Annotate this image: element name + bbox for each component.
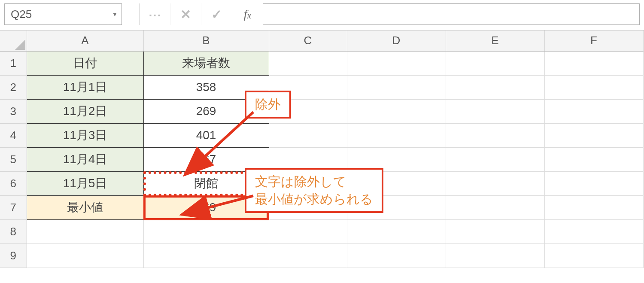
accept-icon: ✓ xyxy=(201,3,232,25)
formula-bar: ▼ ⋮ ✕ ✓ fx xyxy=(0,0,644,30)
cell-A6[interactable]: 11月5日 xyxy=(27,171,143,195)
cell-B4[interactable]: 401 xyxy=(143,123,269,147)
cell-E5[interactable] xyxy=(446,147,544,171)
annotation-callout-exclude: 除外 xyxy=(245,91,291,119)
row-header-8[interactable]: 8 xyxy=(0,219,27,243)
customize-icon[interactable]: ⋮ xyxy=(139,3,170,25)
column-header-D[interactable]: D xyxy=(347,30,446,51)
cell-F2[interactable] xyxy=(544,75,643,99)
spreadsheet-grid[interactable]: A B C D E F 1 日付 来場者数 2 11月1日 358 3 11月2… xyxy=(0,30,644,268)
formula-input[interactable] xyxy=(263,3,640,25)
cell-E1[interactable] xyxy=(446,51,544,75)
cell-A9[interactable] xyxy=(27,243,143,268)
cell-A5[interactable]: 11月4日 xyxy=(27,147,143,171)
cell-D2[interactable] xyxy=(347,75,446,99)
row-header-9[interactable]: 9 xyxy=(0,243,27,268)
select-all-corner[interactable] xyxy=(0,30,27,51)
cell-A8[interactable] xyxy=(27,219,143,243)
cell-E3[interactable] xyxy=(446,99,544,123)
cell-F1[interactable] xyxy=(544,51,643,75)
cell-D1[interactable] xyxy=(347,51,446,75)
cell-B9[interactable] xyxy=(143,243,269,268)
name-box-dropdown-icon[interactable]: ▼ xyxy=(108,4,122,24)
row-header-3[interactable]: 3 xyxy=(0,99,27,123)
cell-A2[interactable]: 11月1日 xyxy=(27,75,143,99)
row-header-1[interactable]: 1 xyxy=(0,51,27,75)
cell-A7[interactable]: 最小値 xyxy=(27,195,143,219)
cell-F6[interactable] xyxy=(544,171,643,195)
cell-D9[interactable] xyxy=(347,243,446,268)
cancel-icon: ✕ xyxy=(170,3,201,25)
cell-B1[interactable]: 来場者数 xyxy=(143,51,269,75)
cell-E8[interactable] xyxy=(446,219,544,243)
row-header-6[interactable]: 6 xyxy=(0,171,27,195)
cell-D3[interactable] xyxy=(347,99,446,123)
cell-C4[interactable] xyxy=(269,123,347,147)
cell-C1[interactable] xyxy=(269,51,347,75)
cell-F5[interactable] xyxy=(544,147,643,171)
row-header-2[interactable]: 2 xyxy=(0,75,27,99)
column-header-A[interactable]: A xyxy=(27,30,143,51)
cell-A4[interactable]: 11月3日 xyxy=(27,123,143,147)
cell-E7[interactable] xyxy=(446,195,544,219)
name-box-input[interactable] xyxy=(5,4,108,24)
cell-D4[interactable] xyxy=(347,123,446,147)
row-header-5[interactable]: 5 xyxy=(0,147,27,171)
column-header-B[interactable]: B xyxy=(143,30,269,51)
insert-function-icon[interactable]: fx xyxy=(232,3,263,25)
cell-C8[interactable] xyxy=(269,219,347,243)
cell-E4[interactable] xyxy=(446,123,544,147)
row-header-7[interactable]: 7 xyxy=(0,195,27,219)
cell-E9[interactable] xyxy=(446,243,544,268)
cell-D8[interactable] xyxy=(347,219,446,243)
annotation-callout-explain: 文字は除外して 最小値が求められる xyxy=(245,168,383,213)
name-box[interactable]: ▼ xyxy=(4,3,122,25)
cell-F7[interactable] xyxy=(544,195,643,219)
row-header-4[interactable]: 4 xyxy=(0,123,27,147)
cell-E6[interactable] xyxy=(446,171,544,195)
cell-F8[interactable] xyxy=(544,219,643,243)
cell-C9[interactable] xyxy=(269,243,347,268)
column-header-C[interactable]: C xyxy=(269,30,347,51)
cell-F9[interactable] xyxy=(544,243,643,268)
column-header-E[interactable]: E xyxy=(446,30,544,51)
column-header-F[interactable]: F xyxy=(544,30,643,51)
cell-F4[interactable] xyxy=(544,123,643,147)
cell-A1[interactable]: 日付 xyxy=(27,51,143,75)
cell-E2[interactable] xyxy=(446,75,544,99)
cell-B8[interactable] xyxy=(143,219,269,243)
cell-A3[interactable]: 11月2日 xyxy=(27,99,143,123)
cell-F3[interactable] xyxy=(544,99,643,123)
